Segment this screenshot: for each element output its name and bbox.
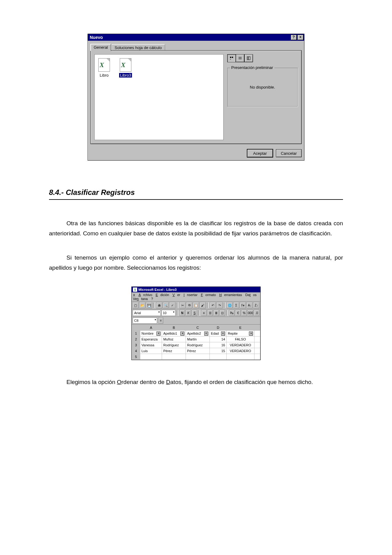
spell-icon[interactable]: ✓ [169, 302, 175, 308]
select-all-corner[interactable] [132, 325, 140, 331]
template-list[interactable]: X Libro X Libro3 [94, 54, 224, 140]
menu-ventana[interactable]: Ventana [133, 297, 148, 301]
excel-menubar[interactable]: X Archivo Edición Ver Insertar Formato H… [132, 292, 260, 302]
cell[interactable]: 16 [209, 342, 226, 348]
cell[interactable]: Rodríguez [186, 342, 210, 348]
cell[interactable]: Edad [211, 332, 219, 335]
help-icon[interactable]: ? [291, 35, 297, 40]
paste-icon[interactable]: 📋 [193, 302, 199, 308]
align-center-icon[interactable]: ☰ [207, 310, 213, 316]
tab-general[interactable]: General [90, 44, 111, 51]
close-icon[interactable]: × [297, 35, 303, 40]
col-extra[interactable] [254, 325, 260, 331]
menu-insertar[interactable]: Insertar [184, 293, 198, 297]
cell[interactable] [226, 354, 254, 360]
new-icon[interactable]: ▢ [133, 302, 139, 308]
thousands-icon[interactable]: 000 [247, 310, 253, 316]
details-view-icon[interactable] [244, 54, 253, 62]
sort-asc-icon[interactable]: A↓ [247, 302, 253, 308]
cell[interactable] [186, 354, 210, 360]
cell[interactable] [140, 354, 162, 360]
filter-dropdown-icon[interactable]: ▾ [204, 332, 208, 336]
filter-dropdown-icon[interactable]: ▾ [180, 332, 184, 336]
table-row[interactable]: 1 Nombre▾ Apellido1▾ Apellido2▾ Edad▾ Re… [132, 331, 260, 336]
italic-icon[interactable]: K [186, 310, 191, 316]
cell[interactable]: Repite [228, 332, 238, 335]
table-row[interactable]: 3 Vanessa Rodríguez Rodríguez 16 VERDADE… [132, 342, 260, 348]
col-D[interactable]: D [209, 325, 226, 331]
hyperlink-icon[interactable]: 🌐 [227, 302, 233, 308]
filter-dropdown-icon[interactable]: ▾ [156, 332, 160, 336]
accept-button[interactable]: Aceptar [247, 149, 273, 157]
size-combo[interactable]: 10 [161, 310, 176, 316]
excel-formatting-toolbar[interactable]: Arial 10 N K S ≡ ☰ ≣ ⊡ ₧ € % 000 .0 [132, 309, 260, 317]
filter-dropdown-icon[interactable]: ▾ [249, 332, 253, 336]
cell[interactable]: Rodríguez [162, 342, 186, 348]
increase-decimal-icon[interactable]: .0 [254, 310, 259, 316]
table-row[interactable]: 5 [132, 354, 260, 360]
table-row[interactable]: 2 Esperanza Muñoz Martín 14 FALSO [132, 336, 260, 342]
open-icon[interactable]: 📂 [139, 302, 145, 308]
cell[interactable] [162, 354, 186, 360]
merge-center-icon[interactable]: ⊡ [220, 310, 225, 316]
menu-formato[interactable]: Formato [201, 293, 216, 297]
preview-icon[interactable]: 🔍 [163, 302, 169, 308]
format-painter-icon[interactable]: 🖌 [200, 302, 206, 308]
excel-grid[interactable]: A B C D E 1 Nombre▾ Apellido1▾ Apellido2… [132, 325, 260, 360]
cell[interactable]: Nombre [141, 332, 153, 335]
copy-icon[interactable]: ⧉ [186, 302, 192, 308]
col-A[interactable]: A [140, 325, 162, 331]
col-E[interactable]: E [226, 325, 254, 331]
row-2-header[interactable]: 2 [132, 336, 140, 342]
cell[interactable]: Martín [186, 336, 210, 342]
redo-icon[interactable]: ↷ [217, 302, 223, 308]
menu-datos[interactable]: Datos [245, 293, 257, 297]
excel-formula-bar[interactable]: C8 = [132, 317, 260, 325]
cell[interactable]: Pérez [186, 348, 210, 354]
bold-icon[interactable]: N [179, 310, 185, 316]
font-combo[interactable]: Arial [133, 310, 161, 316]
cell[interactable]: Luis [140, 348, 162, 354]
list-view-icon[interactable] [236, 54, 244, 62]
cell[interactable] [209, 354, 226, 360]
cell[interactable]: VERDADERO [226, 342, 254, 348]
row-1-header[interactable]: 1 [132, 331, 140, 336]
menu-ayuda[interactable]: ? [151, 297, 153, 301]
cell[interactable]: Apellido2 [187, 332, 201, 335]
autosum-icon[interactable]: Σ [233, 302, 239, 308]
align-right-icon[interactable]: ≣ [213, 310, 219, 316]
large-icons-view-icon[interactable]: a [227, 54, 236, 62]
row-3-header[interactable]: 3 [132, 342, 140, 348]
underline-icon[interactable]: S [192, 310, 197, 316]
save-icon[interactable]: 💾 [146, 302, 152, 308]
currency-icon[interactable]: ₧ [229, 310, 235, 316]
col-B[interactable]: B [162, 325, 186, 331]
cut-icon[interactable]: ✂ [179, 302, 186, 308]
menu-herramientas[interactable]: Herramientas [219, 293, 242, 297]
menu-ver[interactable]: Ver [172, 293, 180, 297]
row-5-header[interactable]: 5 [132, 354, 140, 360]
menu-edicion[interactable]: Edición [156, 293, 169, 297]
menu-archivo[interactable]: Archivo [138, 293, 152, 297]
align-left-icon[interactable]: ≡ [201, 310, 207, 316]
cell[interactable]: VERDADERO [226, 348, 254, 354]
cell[interactable]: Apellido1 [163, 332, 177, 335]
cell[interactable]: Esperanza [140, 336, 162, 342]
formula-equals-icon[interactable]: = [158, 317, 163, 324]
excel-titlebar[interactable]: X Microsoft Excel - Libro3 [132, 287, 260, 292]
cell[interactable]: FALSO [226, 336, 254, 342]
dialog-titlebar[interactable]: Nuevo ? × [88, 34, 304, 41]
cell[interactable]: Vanessa [140, 342, 162, 348]
sort-desc-icon[interactable]: Z↓ [253, 302, 259, 308]
cancel-button[interactable]: Cancelar [276, 149, 302, 157]
function-icon[interactable]: f∗ [240, 302, 246, 308]
filter-dropdown-icon[interactable]: ▾ [221, 332, 225, 336]
cell[interactable]: 15 [209, 348, 226, 354]
cell[interactable]: Muñoz [162, 336, 186, 342]
name-box[interactable]: C8 [133, 317, 157, 324]
template-libro[interactable]: X Libro [98, 58, 110, 78]
cell[interactable]: Pérez [162, 348, 186, 354]
table-row[interactable]: 4 Luis Pérez Pérez 15 VERDADERO [132, 348, 260, 354]
col-C[interactable]: C [186, 325, 210, 331]
row-4-header[interactable]: 4 [132, 348, 140, 354]
